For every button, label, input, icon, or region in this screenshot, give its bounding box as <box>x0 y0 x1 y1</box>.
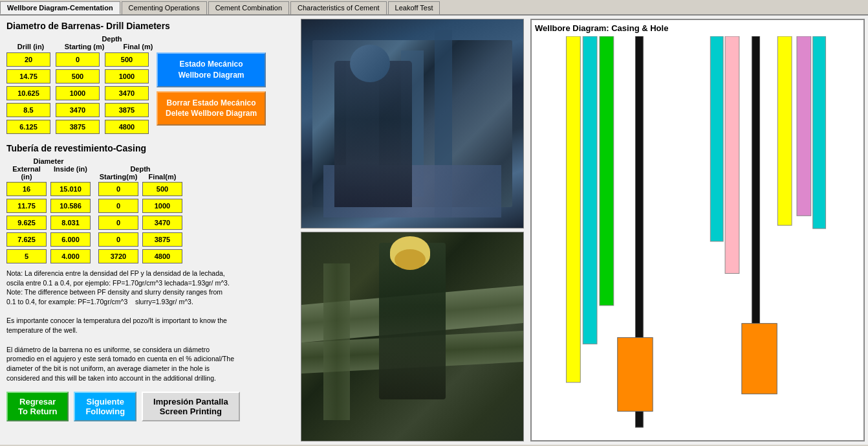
casing-final-1[interactable] <box>142 199 182 213</box>
diameter-group-label: Diameter <box>6 157 91 165</box>
casing-final-4[interactable] <box>142 249 182 263</box>
start-input-2[interactable] <box>56 86 100 100</box>
drill-input-3[interactable] <box>6 103 50 117</box>
casing-row-1 <box>6 199 291 213</box>
tab-wellbore[interactable]: Wellbore Diagram-Cementation <box>0 1 120 14</box>
casing-ext-1[interactable] <box>6 199 47 213</box>
drill-input-0[interactable] <box>6 52 50 67</box>
casing-final-2[interactable] <box>142 216 182 230</box>
drill-input-4[interactable] <box>6 120 50 134</box>
tab-leakoff[interactable]: Leakoff Test <box>388 1 440 14</box>
svg-rect-2 <box>583 36 597 344</box>
start-input-1[interactable] <box>56 69 100 84</box>
casing-final-0[interactable] <box>142 182 182 196</box>
drill-title: Diametro de Barrenas- Drill Diameters <box>6 21 291 31</box>
casing-final-label: Final(m) <box>142 173 182 181</box>
drill-col1-label: Drill (in) <box>6 43 55 50</box>
drill-rows <box>6 52 149 137</box>
worker-image-1 <box>301 19 524 229</box>
final-label: Final (m) <box>114 43 162 50</box>
drill-section: Diametro de Barrenas- Drill Diameters Dr… <box>6 21 291 137</box>
casing-rows <box>6 182 291 263</box>
casing-depth-label: Depth <box>98 165 182 173</box>
casing-ext-0[interactable] <box>6 182 47 196</box>
external-label: External (in) <box>6 165 47 181</box>
casing-starting-label: Starting(m) <box>98 173 138 181</box>
left-panel: Diametro de Barrenas- Drill Diameters Dr… <box>0 16 298 445</box>
drill-input-2[interactable] <box>6 86 50 100</box>
drill-row-0 <box>6 52 149 67</box>
siguiente-button[interactable]: SiguienteFollowing <box>74 392 136 421</box>
svg-rect-6 <box>725 36 739 273</box>
drill-row-3 <box>6 103 149 117</box>
casing-row-4 <box>6 249 291 263</box>
casing-inside-2[interactable] <box>50 216 91 230</box>
casing-start-1[interactable] <box>98 199 138 213</box>
notes-text: Nota: La diferencia entre la densidad de… <box>6 269 291 383</box>
drill-row-2 <box>6 86 149 100</box>
estado-button[interactable]: Estado MecánicoWellbore Diagram <box>157 52 266 87</box>
casing-section: Tubería de revestimiento-Casing Diameter… <box>6 143 291 263</box>
casing-inside-0[interactable] <box>50 182 91 196</box>
main-content: Diametro de Barrenas- Drill Diameters Dr… <box>0 16 868 445</box>
diagram-title: Wellbore Diagram: Casing & Hole <box>535 23 860 33</box>
wellbore-svg <box>535 36 860 434</box>
final-input-4[interactable] <box>105 120 149 134</box>
casing-inside-1[interactable] <box>50 199 91 213</box>
svg-rect-11 <box>797 36 811 216</box>
svg-rect-12 <box>813 36 826 229</box>
tab-cement-combo[interactable]: Cement Combination <box>208 1 289 14</box>
impresion-button[interactable]: Impresión PantallaScreen Printing <box>142 392 240 421</box>
casing-inside-3[interactable] <box>50 232 91 247</box>
starting-label: Starting (m) <box>60 43 109 50</box>
casing-start-4[interactable] <box>98 249 138 263</box>
depth-label: Depth <box>60 35 164 43</box>
casing-final-3[interactable] <box>142 232 182 247</box>
bottom-buttons: RegresarTo Return SiguienteFollowing Imp… <box>6 388 291 425</box>
casing-ext-4[interactable] <box>6 249 47 263</box>
casing-start-3[interactable] <box>98 232 138 247</box>
casing-row-0 <box>6 182 291 196</box>
drill-input-1[interactable] <box>6 69 50 84</box>
inside-label: Inside (in) <box>50 165 91 181</box>
worker-image-2 <box>301 232 524 441</box>
tab-bar: Wellbore Diagram-Cementation Cementing O… <box>0 0 868 16</box>
final-input-0[interactable] <box>105 52 149 67</box>
svg-rect-1 <box>566 36 580 383</box>
svg-rect-3 <box>600 36 614 306</box>
svg-rect-8 <box>777 36 792 225</box>
casing-title: Tubería de revestimiento-Casing <box>6 143 291 153</box>
casing-row-2 <box>6 216 291 230</box>
action-buttons: Estado MecánicoWellbore Diagram Borrar E… <box>157 52 266 137</box>
start-input-0[interactable] <box>56 52 100 67</box>
final-input-1[interactable] <box>105 69 149 84</box>
casing-start-2[interactable] <box>98 216 138 230</box>
casing-start-0[interactable] <box>98 182 138 196</box>
regresar-button[interactable]: RegresarTo Return <box>6 392 69 421</box>
svg-rect-5 <box>618 337 653 411</box>
diagram-box: Wellbore Diagram: Casing & Hole <box>530 19 865 441</box>
borrar-button[interactable]: Borrar Estado MecánicoDelete Wellbore Di… <box>157 91 266 126</box>
diagram-canvas <box>535 36 860 434</box>
casing-ext-3[interactable] <box>6 232 47 247</box>
casing-ext-2[interactable] <box>6 216 47 230</box>
tab-characteristics[interactable]: Characteristics of Cement <box>290 1 387 14</box>
start-input-4[interactable] <box>56 120 100 134</box>
drill-row-4 <box>6 120 149 134</box>
tab-cementing[interactable]: Cementing Operations <box>122 1 207 14</box>
center-panel <box>298 16 527 445</box>
drill-row-1 <box>6 69 149 84</box>
svg-rect-7 <box>710 36 723 241</box>
final-input-3[interactable] <box>105 103 149 117</box>
casing-inside-4[interactable] <box>50 249 91 263</box>
start-input-3[interactable] <box>56 103 100 117</box>
svg-rect-10 <box>742 324 777 394</box>
casing-row-3 <box>6 232 291 247</box>
final-input-2[interactable] <box>105 86 149 100</box>
right-panel: Wellbore Diagram: Casing & Hole <box>527 16 868 445</box>
